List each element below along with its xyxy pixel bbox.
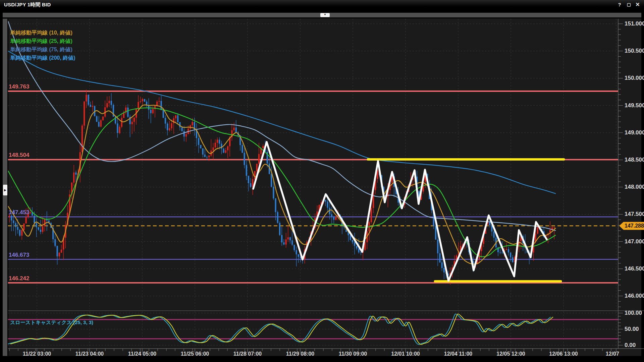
- candle-body: [11, 216, 12, 221]
- stoch-tick-label: 100.00: [625, 310, 642, 316]
- level-label-148.504: 148.504: [9, 152, 29, 159]
- candle-body: [117, 123, 118, 133]
- candle-body: [293, 245, 295, 250]
- candle-body: [175, 115, 176, 118]
- candle-body: [256, 164, 258, 171]
- candle-body: [19, 230, 20, 236]
- candle-body: [75, 173, 76, 175]
- candle-body: [131, 122, 133, 124]
- candle-body: [508, 249, 509, 252]
- axis-rulers: [8, 19, 644, 353]
- candle-body: [198, 138, 199, 145]
- price-tick-label: 147.500: [625, 211, 644, 218]
- candle-body: [244, 153, 245, 165]
- candle-body: [42, 226, 43, 232]
- candle-body: [262, 146, 264, 148]
- candle-body: [54, 239, 56, 246]
- main-plot[interactable]: [8, 19, 620, 309]
- candle-body: [119, 127, 120, 133]
- candle-body: [277, 212, 278, 223]
- candle-body: [121, 118, 122, 127]
- stoch-d-line[interactable]: [10, 314, 553, 345]
- candle-body: [82, 126, 83, 152]
- candle-body: [179, 122, 180, 127]
- price-tick-label: 146.500: [625, 265, 644, 272]
- candle-body: [34, 216, 35, 223]
- legend-ma-1: 単純移動平均線 (25, 終値): [10, 38, 72, 45]
- candle-body: [161, 101, 162, 110]
- candle-body: [352, 240, 353, 242]
- candle-body: [17, 227, 18, 230]
- time-label: 12/01 10:00: [391, 351, 420, 357]
- candle-body: [489, 222, 490, 225]
- candle-body: [102, 117, 104, 120]
- candle-body: [96, 116, 97, 122]
- legend-ma-0: 単純移動平均線 (10, 終値): [10, 29, 72, 37]
- legend-ma-2: 単純移動平均線 (75, 終値): [10, 46, 72, 53]
- candle-body: [61, 250, 62, 253]
- candle-body: [254, 171, 256, 179]
- price-tick-label: 148.000: [625, 184, 644, 190]
- candle-body: [109, 101, 110, 103]
- candle-body: [325, 200, 326, 202]
- candle-body: [158, 101, 160, 102]
- candle-body: [206, 157, 208, 157]
- candle-body: [275, 198, 276, 212]
- stoch-tick-label: 0.00: [625, 342, 636, 349]
- candle-body: [296, 250, 297, 254]
- candle-body: [208, 156, 210, 157]
- candle-body: [335, 217, 336, 220]
- candle-body: [443, 268, 445, 273]
- stochastic-plot[interactable]: [8, 311, 618, 348]
- candle-body: [44, 219, 45, 226]
- candle-body: [271, 174, 272, 187]
- candle-body: [40, 230, 41, 232]
- candle-body: [281, 235, 282, 242]
- price-tick-label: 147.000: [625, 238, 644, 245]
- candle-body: [331, 214, 332, 217]
- candle-body: [553, 227, 555, 228]
- price-tick-label: 148.500: [625, 157, 644, 163]
- stoch-tick-label: 50.00: [625, 326, 639, 333]
- level-label-146.673: 146.673: [9, 252, 29, 258]
- candle-body: [73, 173, 74, 183]
- candle-body: [106, 103, 108, 107]
- legend-ma-3: 単純移動平均線 (200, 終値): [10, 55, 75, 62]
- time-label: 11/22 03:00: [23, 351, 51, 357]
- price-tick-label: 150.000: [625, 75, 644, 81]
- price-chart-canvas[interactable]: [0, 0, 644, 362]
- candle-body: [225, 150, 226, 153]
- candle-body: [59, 253, 60, 256]
- candle-body: [152, 109, 154, 113]
- time-label: 11/25 06:00: [181, 351, 209, 357]
- candle-body: [167, 124, 168, 130]
- candle-body: [92, 106, 93, 107]
- candle-body: [289, 237, 291, 240]
- time-label: 11/30 09:00: [339, 351, 367, 357]
- candle-body: [250, 183, 251, 187]
- time-axis[interactable]: 11/22 03:0011/23 04:0011/24 05:0011/25 0…: [0, 350, 620, 359]
- candle-body: [204, 155, 206, 157]
- ma75-line[interactable]: [8, 21, 556, 231]
- candle-body: [356, 246, 357, 249]
- candle-body: [30, 212, 31, 213]
- candle-body: [537, 227, 538, 234]
- candle-body: [84, 102, 85, 126]
- candle-body: [510, 252, 511, 257]
- time-label: 11/24 05:00: [128, 351, 157, 357]
- time-label: 12/06 13:00: [549, 351, 578, 357]
- candle-body: [246, 165, 247, 176]
- candle-body: [354, 242, 355, 246]
- candle-body: [57, 246, 58, 257]
- candle-body: [437, 240, 438, 253]
- candle-body: [185, 134, 187, 137]
- candle-body: [15, 223, 16, 227]
- candle-body: [283, 242, 284, 244]
- level-label-147.453: 147.453: [9, 209, 29, 216]
- candle-body: [217, 140, 218, 143]
- price-tick-label: 151.000: [625, 20, 644, 27]
- candle-body: [133, 118, 135, 122]
- candle-body: [512, 257, 513, 262]
- candle-body: [165, 118, 166, 124]
- candle-body: [223, 148, 224, 153]
